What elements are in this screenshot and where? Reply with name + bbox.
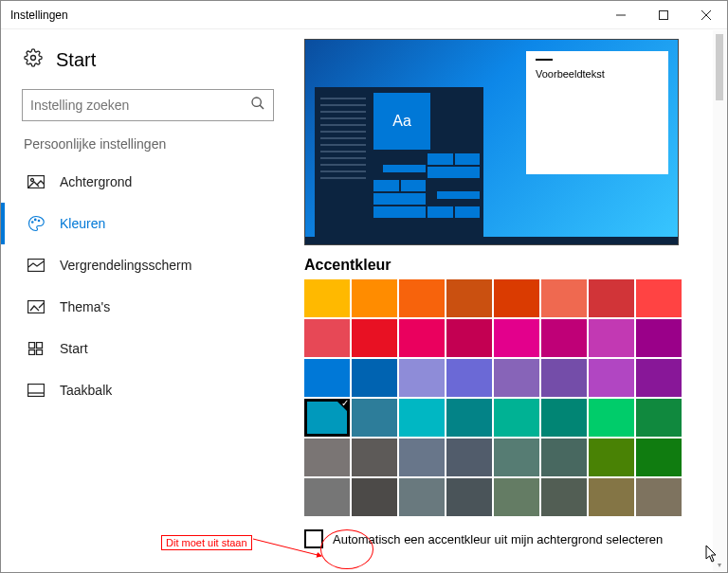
scrollbar[interactable]: ▾ [713, 30, 726, 571]
accent-swatch[interactable] [541, 478, 587, 516]
picture-icon [27, 173, 45, 190]
accent-swatch[interactable] [446, 279, 492, 317]
accent-color-grid: ✓ [304, 279, 687, 516]
accent-swatch[interactable] [352, 359, 397, 397]
svg-rect-16 [29, 350, 35, 355]
lockscreen-icon [27, 257, 45, 274]
accent-swatch[interactable] [541, 439, 587, 476]
auto-accent-label: Automatisch een accentkleur uit mijn ach… [333, 532, 663, 546]
accent-swatch[interactable] [589, 478, 634, 516]
themes-icon [27, 298, 45, 315]
accent-swatch[interactable] [304, 359, 350, 397]
start-icon [27, 340, 45, 357]
accent-swatch[interactable] [399, 279, 445, 317]
accent-heading: Accentkleur [304, 257, 719, 274]
taskbar-icon [27, 382, 45, 399]
accent-swatch[interactable] [636, 399, 682, 437]
accent-swatch[interactable] [589, 279, 634, 317]
accent-swatch[interactable] [541, 279, 587, 317]
sidebar-item-achtergrond[interactable]: Achtergrond [1, 161, 295, 203]
accent-swatch[interactable] [446, 439, 492, 476]
accent-swatch[interactable] [589, 359, 634, 397]
accent-swatch[interactable] [494, 399, 539, 437]
accent-swatch[interactable] [636, 279, 682, 317]
minimize-button[interactable] [599, 1, 642, 29]
accent-swatch[interactable] [304, 478, 350, 516]
accent-swatch[interactable] [589, 439, 634, 476]
svg-point-5 [252, 98, 261, 106]
close-button[interactable] [684, 1, 727, 29]
accent-swatch[interactable] [399, 439, 445, 476]
svg-point-11 [38, 220, 40, 222]
accent-swatch[interactable] [352, 319, 397, 357]
sidebar-subhead: Persoonlijke instellingen [1, 136, 295, 161]
body: Start Persoonlijke instellingen Achtergr… [1, 29, 727, 572]
search-icon [250, 96, 265, 115]
sidebar-item-taakbalk[interactable]: Taakbalk [1, 369, 295, 411]
accent-swatch[interactable] [304, 439, 350, 476]
search-input[interactable] [30, 98, 250, 113]
accent-swatch[interactable] [636, 478, 682, 516]
accent-swatch[interactable] [446, 319, 492, 357]
accent-swatch[interactable] [304, 319, 350, 357]
accent-swatch[interactable] [494, 359, 539, 397]
auto-accent-checkbox[interactable] [304, 529, 323, 548]
settings-home-label: Start [56, 49, 96, 71]
accent-swatch[interactable] [636, 439, 682, 476]
accent-swatch[interactable] [352, 279, 397, 317]
accent-swatch[interactable] [589, 319, 634, 357]
accent-swatch[interactable] [541, 319, 587, 357]
svg-rect-14 [29, 343, 35, 349]
sidebar-item-label: Achtergrond [60, 174, 132, 189]
svg-rect-15 [37, 343, 43, 349]
preview-window: Voorbeeldtekst [526, 51, 668, 174]
svg-point-9 [32, 222, 34, 224]
accent-swatch[interactable] [399, 478, 445, 516]
sidebar-item-start[interactable]: Start [1, 328, 295, 369]
svg-point-8 [31, 179, 34, 182]
accent-swatch[interactable] [636, 359, 682, 397]
accent-swatch[interactable] [446, 359, 492, 397]
svg-point-10 [35, 219, 37, 221]
accent-swatch[interactable]: ✓ [304, 399, 350, 437]
settings-home[interactable]: Start [1, 48, 295, 89]
accent-swatch[interactable] [494, 439, 539, 476]
svg-rect-18 [28, 385, 45, 397]
sidebar-item-themas[interactable]: Thema's [1, 286, 295, 328]
search-box[interactable] [22, 89, 274, 121]
preview-tile-aa: Aa [373, 93, 430, 150]
sidebar-item-vergrendelingsscherm[interactable]: Vergrendelingsscherm [1, 244, 295, 286]
accent-swatch[interactable] [352, 478, 397, 516]
accent-swatch[interactable] [636, 319, 682, 357]
accent-swatch[interactable] [446, 478, 492, 516]
accent-swatch[interactable] [494, 478, 539, 516]
check-icon: ✓ [341, 398, 349, 408]
accent-swatch[interactable] [399, 399, 445, 437]
accent-swatch[interactable] [399, 359, 445, 397]
sidebar-item-kleuren[interactable]: Kleuren [1, 203, 295, 244]
accent-swatch[interactable] [589, 399, 634, 437]
accent-swatch[interactable] [352, 399, 397, 437]
settings-window: Instellingen Start Persoonlijke instelli… [0, 0, 728, 573]
preview-startmenu: Aa [315, 87, 483, 237]
accent-swatch[interactable] [446, 399, 492, 437]
preview-taskbar [305, 237, 678, 244]
accent-swatch[interactable] [541, 399, 587, 437]
preview-window-text: Voorbeeldtekst [536, 68, 605, 80]
window-title: Instellingen [10, 9, 599, 22]
maximize-button[interactable] [642, 1, 684, 29]
sidebar-item-label: Kleuren [60, 216, 105, 231]
accent-swatch[interactable] [399, 319, 445, 357]
gear-icon [24, 48, 43, 72]
svg-line-6 [260, 105, 264, 109]
accent-swatch[interactable] [304, 279, 350, 317]
sidebar-item-label: Taakbalk [60, 383, 112, 398]
accent-swatch[interactable] [541, 359, 587, 397]
accent-swatch[interactable] [352, 439, 397, 476]
svg-point-4 [31, 56, 36, 61]
accent-swatch[interactable] [494, 319, 539, 357]
accent-swatch[interactable] [494, 279, 539, 317]
scroll-thumb[interactable] [716, 34, 723, 100]
sidebar-item-label: Start [60, 341, 88, 356]
auto-accent-row[interactable]: Automatisch een accentkleur uit mijn ach… [304, 529, 719, 548]
